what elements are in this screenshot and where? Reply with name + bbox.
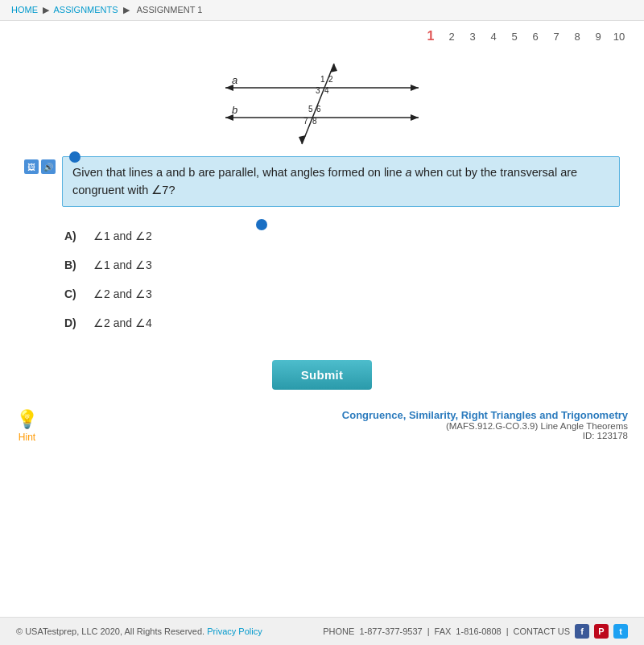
svg-marker-9 <box>330 64 337 72</box>
page-4[interactable]: 4 <box>485 27 502 45</box>
assignments-link[interactable]: ASSIGNMENTS <box>54 5 118 14</box>
option-b-label: B) <box>64 258 80 271</box>
topic-subtitle: (MAFS.912.G-CO.3.9) Line Angle Theorems <box>342 421 628 431</box>
question-text: Given that lines a and b are parallel, w… <box>62 156 620 207</box>
page-8[interactable]: 8 <box>568 27 586 45</box>
svg-text:2: 2 <box>328 75 333 84</box>
option-c[interactable]: C) ∠2 and ∠3 <box>64 279 620 308</box>
hint-button[interactable]: 💡 Hint <box>16 409 38 443</box>
svg-text:7: 7 <box>303 117 308 126</box>
option-a[interactable]: A) ∠1 and ∠2 <box>64 221 620 250</box>
drag-handle-top[interactable] <box>69 151 80 163</box>
page-6[interactable]: 6 <box>526 27 544 45</box>
svg-text:a: a <box>232 74 237 86</box>
option-a-text: ∠1 and ∠2 <box>93 229 152 242</box>
footer-left: © USATestprep, LLC 2020, All Rights Rese… <box>16 626 262 636</box>
svg-marker-2 <box>411 85 419 91</box>
svg-text:4: 4 <box>324 86 329 95</box>
hint-icon: 💡 <box>16 409 38 430</box>
fax-link[interactable]: 1-816-0808 <box>456 626 501 636</box>
geometry-diagram: a b 1 2 3 4 5 6 7 8 <box>0 52 644 148</box>
page-1[interactable]: 1 <box>422 27 440 45</box>
current-page: ASSIGNMENT 1 <box>137 5 203 14</box>
svg-text:8: 8 <box>312 117 317 126</box>
option-a-label: A) <box>64 229 80 242</box>
pinterest-icon[interactable]: P <box>594 624 609 639</box>
svg-text:6: 6 <box>316 105 321 114</box>
privacy-policy-link[interactable]: Privacy Policy <box>207 626 262 636</box>
page-9[interactable]: 9 <box>589 27 607 45</box>
svg-text:3: 3 <box>316 86 320 95</box>
fax-label: FAX <box>435 626 452 636</box>
breadcrumb: HOME ▶ ASSIGNMENTS ▶ ASSIGNMENT 1 <box>0 0 644 21</box>
svg-text:1: 1 <box>320 75 325 84</box>
facebook-icon[interactable]: f <box>575 624 589 639</box>
pagination: 1 2 3 4 5 6 7 8 9 10 <box>0 21 644 52</box>
topic-id: ID: 123178 <box>342 431 628 440</box>
page-2[interactable]: 2 <box>443 27 460 45</box>
option-d[interactable]: D) ∠2 and ∠4 <box>64 308 620 337</box>
tts-controls: 🖼 🔊 <box>24 159 56 174</box>
svg-marker-10 <box>299 135 306 144</box>
svg-text:5: 5 <box>308 105 313 114</box>
tts-image-icon[interactable]: 🖼 <box>24 159 39 174</box>
option-c-label: C) <box>64 287 80 300</box>
submit-button[interactable]: Submit <box>272 360 373 390</box>
contact-link[interactable]: CONTACT US <box>514 626 571 636</box>
copyright-text: © USATestprep, LLC 2020, All Rights Rese… <box>16 626 204 636</box>
home-link[interactable]: HOME <box>11 5 38 14</box>
option-d-text: ∠2 and ∠4 <box>93 316 152 329</box>
svg-marker-6 <box>411 114 419 121</box>
option-b[interactable]: B) ∠1 and ∠3 <box>64 250 620 279</box>
page-3[interactable]: 3 <box>464 27 481 45</box>
hint-label: Hint <box>19 432 35 443</box>
svg-text:b: b <box>232 104 237 116</box>
phone-label: PHONE <box>323 626 354 636</box>
footer-right: PHONE 1-877-377-9537 | FAX 1-816-0808 | … <box>323 624 628 639</box>
submit-area: Submit <box>0 344 644 398</box>
option-c-text: ∠2 and ∠3 <box>93 287 152 300</box>
tts-audio-icon[interactable]: 🔊 <box>41 159 56 174</box>
page-5[interactable]: 5 <box>506 27 523 45</box>
footer: © USATestprep, LLC 2020, All Rights Rese… <box>0 617 644 645</box>
page-7[interactable]: 7 <box>547 27 565 45</box>
topic-info: Congruence, Similarity, Right Triangles … <box>342 409 628 440</box>
phone-link[interactable]: 1-877-377-9537 <box>359 626 422 636</box>
option-b-text: ∠1 and ∠3 <box>93 258 152 271</box>
question-body: Given that lines a and b are parallel, w… <box>72 166 577 196</box>
topic-title: Congruence, Similarity, Right Triangles … <box>342 409 628 421</box>
answer-options: A) ∠1 and ∠2 B) ∠1 and ∠3 C) ∠2 and ∠3 D… <box>0 215 644 344</box>
hint-topic-area: 💡 Hint Congruence, Similarity, Right Tri… <box>0 398 644 451</box>
twitter-icon[interactable]: t <box>613 624 628 639</box>
option-d-label: D) <box>64 316 80 329</box>
page-10[interactable]: 10 <box>610 27 628 45</box>
drag-handle-bottom[interactable] <box>256 219 267 230</box>
question-container: 🖼 🔊 Given that lines a and b are paralle… <box>0 148 644 215</box>
